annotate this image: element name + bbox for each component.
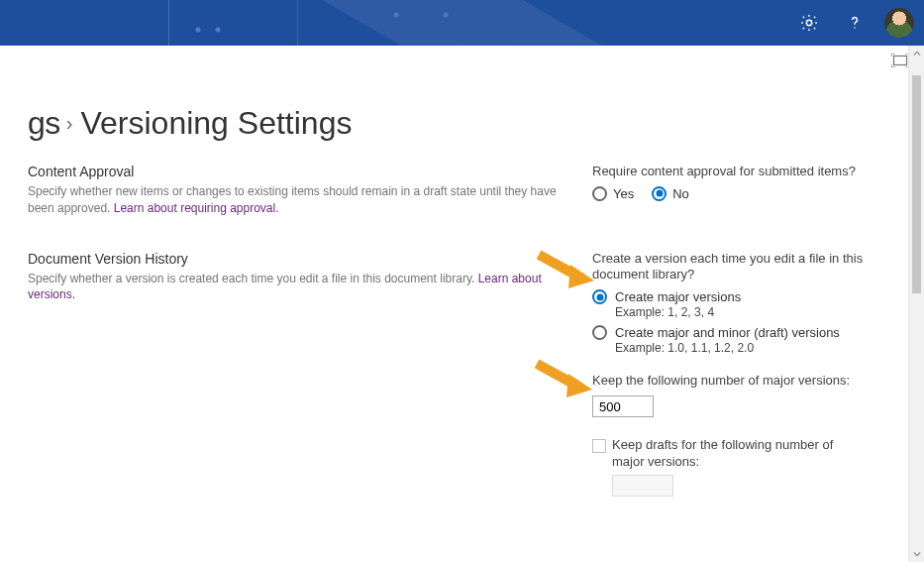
radio-label: Yes xyxy=(613,186,634,201)
annotation-arrow-icon xyxy=(535,358,596,401)
section-description: Specify whether a version is created eac… xyxy=(28,271,568,304)
radio-label: Create major versions xyxy=(615,289,741,304)
keep-drafts-field: Keep drafts for the following number of … xyxy=(592,437,900,471)
keep-drafts-label: Keep drafts for the following number of … xyxy=(612,437,860,471)
section-heading: Document Version History xyxy=(28,251,568,267)
vertical-scrollbar[interactable] xyxy=(908,46,924,562)
header-banner xyxy=(0,0,924,46)
settings-gear-icon[interactable] xyxy=(793,7,825,39)
approval-question: Require content approval for submitted i… xyxy=(592,164,900,180)
keep-major-field: Keep the following number of major versi… xyxy=(592,373,900,417)
version-minor-radio[interactable] xyxy=(592,325,607,340)
section-content-approval: Content Approval Specify whether new ite… xyxy=(28,164,900,217)
breadcrumb-prev[interactable]: gs xyxy=(28,105,60,142)
scroll-up-icon[interactable] xyxy=(909,46,924,61)
version-major-radio[interactable] xyxy=(592,289,607,304)
keep-drafts-checkbox[interactable] xyxy=(592,439,606,453)
keep-drafts-input xyxy=(612,475,673,497)
version-example: Example: 1, 2, 3, 4 xyxy=(615,305,900,319)
radio-label: Create major and minor (draft) versions xyxy=(615,325,840,340)
section-description: Specify whether new items or changes to … xyxy=(28,183,568,217)
section-version-history: Document Version History Specify whether… xyxy=(28,251,900,497)
chevron-right-icon: › xyxy=(66,112,73,135)
approval-no-radio[interactable] xyxy=(652,186,667,201)
version-example: Example: 1.0, 1.1, 1.2, 2.0 xyxy=(615,341,900,355)
scroll-down-icon[interactable] xyxy=(909,546,924,562)
svg-point-0 xyxy=(806,20,811,25)
focus-mode-icon[interactable] xyxy=(890,51,910,70)
keep-major-label: Keep the following number of major versi… xyxy=(592,373,900,390)
avatar[interactable] xyxy=(884,8,914,38)
section-heading: Content Approval xyxy=(28,164,568,179)
help-icon[interactable] xyxy=(839,7,871,39)
breadcrumb: gs › Versioning Settings xyxy=(28,75,900,164)
approval-yes-option[interactable]: Yes xyxy=(592,186,634,201)
focus-bar xyxy=(0,46,924,75)
svg-rect-2 xyxy=(894,56,907,64)
version-minor-option[interactable]: Create major and minor (draft) versions … xyxy=(592,325,900,355)
learn-approval-link[interactable]: Learn about requiring approval. xyxy=(114,201,279,215)
version-question: Create a version each time you edit a fi… xyxy=(592,251,900,284)
radio-label: No xyxy=(672,186,689,201)
page-title: Versioning Settings xyxy=(80,105,352,142)
version-major-option[interactable]: Create major versions Example: 1, 2, 3, … xyxy=(592,289,900,319)
keep-major-input[interactable] xyxy=(592,395,654,417)
approval-no-option[interactable]: No xyxy=(652,186,689,201)
scroll-thumb[interactable] xyxy=(912,75,921,293)
svg-point-1 xyxy=(854,27,856,29)
approval-yes-radio[interactable] xyxy=(592,186,607,201)
